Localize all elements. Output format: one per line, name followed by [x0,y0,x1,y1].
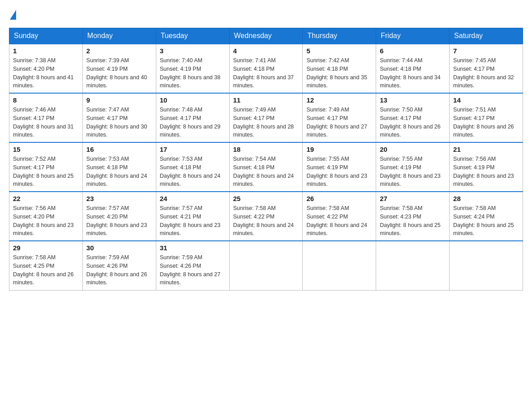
week-row-4: 22 Sunrise: 7:56 AM Sunset: 4:20 PM Dayl… [9,192,523,241]
calendar-cell: 10 Sunrise: 7:48 AM Sunset: 4:17 PM Dayl… [156,93,229,142]
calendar-cell: 19 Sunrise: 7:55 AM Sunset: 4:19 PM Dayl… [303,142,376,192]
day-info: Sunrise: 7:48 AM Sunset: 4:17 PM Dayligh… [160,106,226,139]
day-info: Sunrise: 7:54 AM Sunset: 4:18 PM Dayligh… [233,155,299,188]
calendar-cell: 13 Sunrise: 7:50 AM Sunset: 4:17 PM Dayl… [376,93,450,142]
calendar-cell: 12 Sunrise: 7:49 AM Sunset: 4:17 PM Dayl… [303,93,376,142]
calendar-cell: 3 Sunrise: 7:40 AM Sunset: 4:19 PM Dayli… [156,44,229,93]
day-info: Sunrise: 7:40 AM Sunset: 4:19 PM Dayligh… [160,56,226,90]
day-info: Sunrise: 7:58 AM Sunset: 4:25 PM Dayligh… [13,253,79,287]
calendar-cell: 2 Sunrise: 7:39 AM Sunset: 4:19 PM Dayli… [82,44,156,93]
day-info: Sunrise: 7:57 AM Sunset: 4:21 PM Dayligh… [160,204,226,238]
weekday-header-monday: Monday [82,28,156,44]
day-info: Sunrise: 7:55 AM Sunset: 4:19 PM Dayligh… [380,155,446,188]
day-info: Sunrise: 7:59 AM Sunset: 4:26 PM Dayligh… [86,253,152,287]
weekday-header-wednesday: Wednesday [229,28,303,44]
day-info: Sunrise: 7:42 AM Sunset: 4:18 PM Dayligh… [306,56,372,90]
week-row-3: 15 Sunrise: 7:52 AM Sunset: 4:17 PM Dayl… [9,142,523,192]
calendar-cell: 21 Sunrise: 7:56 AM Sunset: 4:19 PM Dayl… [450,142,523,192]
day-number: 4 [233,47,299,55]
day-info: Sunrise: 7:52 AM Sunset: 4:17 PM Dayligh… [13,155,79,188]
weekday-header-friday: Friday [376,28,450,44]
calendar-cell: 15 Sunrise: 7:52 AM Sunset: 4:17 PM Dayl… [9,142,83,192]
day-info: Sunrise: 7:57 AM Sunset: 4:20 PM Dayligh… [86,204,152,238]
day-number: 6 [380,47,446,55]
day-number: 1 [13,47,79,55]
weekday-header-tuesday: Tuesday [156,28,229,44]
day-info: Sunrise: 7:47 AM Sunset: 4:17 PM Dayligh… [86,106,152,139]
day-info: Sunrise: 7:51 AM Sunset: 4:17 PM Dayligh… [453,106,519,139]
calendar-cell: 23 Sunrise: 7:57 AM Sunset: 4:20 PM Dayl… [82,192,156,241]
day-number: 22 [13,195,79,202]
weekday-header-sunday: Sunday [9,28,83,44]
day-number: 16 [86,146,152,153]
calendar-cell: 17 Sunrise: 7:53 AM Sunset: 4:18 PM Dayl… [156,142,229,192]
day-info: Sunrise: 7:41 AM Sunset: 4:18 PM Dayligh… [233,56,299,90]
day-info: Sunrise: 7:55 AM Sunset: 4:19 PM Dayligh… [306,155,372,188]
weekday-header-thursday: Thursday [303,28,376,44]
calendar-cell: 6 Sunrise: 7:44 AM Sunset: 4:18 PM Dayli… [376,44,450,93]
day-number: 2 [86,47,152,55]
calendar-cell: 9 Sunrise: 7:47 AM Sunset: 4:17 PM Dayli… [82,93,156,142]
day-number: 19 [306,146,372,153]
weekday-header-saturday: Saturday [450,28,523,44]
day-number: 5 [306,47,372,55]
calendar-cell [450,241,523,290]
calendar-cell [376,241,450,290]
week-row-2: 8 Sunrise: 7:46 AM Sunset: 4:17 PM Dayli… [9,93,523,142]
day-info: Sunrise: 7:56 AM Sunset: 4:20 PM Dayligh… [13,204,79,238]
day-number: 11 [233,96,299,104]
day-info: Sunrise: 7:44 AM Sunset: 4:18 PM Dayligh… [380,56,446,90]
day-info: Sunrise: 7:45 AM Sunset: 4:17 PM Dayligh… [453,56,519,90]
calendar-cell: 8 Sunrise: 7:46 AM Sunset: 4:17 PM Dayli… [9,93,83,142]
calendar-cell [303,241,376,290]
day-number: 8 [13,96,79,104]
weekday-header-row: SundayMondayTuesdayWednesdayThursdayFrid… [9,28,523,44]
day-number: 14 [453,96,519,104]
day-number: 12 [306,96,372,104]
day-info: Sunrise: 7:46 AM Sunset: 4:17 PM Dayligh… [13,106,79,139]
calendar-cell: 26 Sunrise: 7:58 AM Sunset: 4:22 PM Dayl… [303,192,376,241]
calendar-cell: 14 Sunrise: 7:51 AM Sunset: 4:17 PM Dayl… [450,93,523,142]
week-row-5: 29 Sunrise: 7:58 AM Sunset: 4:25 PM Dayl… [9,241,523,290]
day-number: 21 [453,146,519,153]
day-info: Sunrise: 7:53 AM Sunset: 4:18 PM Dayligh… [86,155,152,188]
day-info: Sunrise: 7:58 AM Sunset: 4:24 PM Dayligh… [453,204,519,238]
calendar-table: SundayMondayTuesdayWednesdayThursdayFrid… [9,28,523,291]
day-number: 7 [453,47,519,55]
logo-triangle-icon [10,10,16,20]
day-number: 30 [86,244,152,252]
day-number: 29 [13,244,79,252]
day-info: Sunrise: 7:39 AM Sunset: 4:19 PM Dayligh… [86,56,152,90]
calendar-cell: 16 Sunrise: 7:53 AM Sunset: 4:18 PM Dayl… [82,142,156,192]
calendar-cell: 30 Sunrise: 7:59 AM Sunset: 4:26 PM Dayl… [82,241,156,290]
calendar-cell: 31 Sunrise: 7:59 AM Sunset: 4:26 PM Dayl… [156,241,229,290]
calendar-cell: 5 Sunrise: 7:42 AM Sunset: 4:18 PM Dayli… [303,44,376,93]
page-header [9,9,523,19]
day-info: Sunrise: 7:49 AM Sunset: 4:17 PM Dayligh… [233,106,299,139]
week-row-1: 1 Sunrise: 7:38 AM Sunset: 4:20 PM Dayli… [9,44,523,93]
calendar-cell: 22 Sunrise: 7:56 AM Sunset: 4:20 PM Dayl… [9,192,83,241]
calendar-cell: 20 Sunrise: 7:55 AM Sunset: 4:19 PM Dayl… [376,142,450,192]
day-info: Sunrise: 7:58 AM Sunset: 4:23 PM Dayligh… [380,204,446,238]
calendar-cell: 11 Sunrise: 7:49 AM Sunset: 4:17 PM Dayl… [229,93,303,142]
calendar-cell: 29 Sunrise: 7:58 AM Sunset: 4:25 PM Dayl… [9,241,83,290]
day-number: 9 [86,96,152,104]
day-number: 24 [160,195,226,202]
day-info: Sunrise: 7:50 AM Sunset: 4:17 PM Dayligh… [380,106,446,139]
day-info: Sunrise: 7:56 AM Sunset: 4:19 PM Dayligh… [453,155,519,188]
calendar-cell: 27 Sunrise: 7:58 AM Sunset: 4:23 PM Dayl… [376,192,450,241]
calendar-cell: 7 Sunrise: 7:45 AM Sunset: 4:17 PM Dayli… [450,44,523,93]
day-number: 31 [160,244,226,252]
calendar-cell: 24 Sunrise: 7:57 AM Sunset: 4:21 PM Dayl… [156,192,229,241]
day-number: 28 [453,195,519,202]
day-info: Sunrise: 7:59 AM Sunset: 4:26 PM Dayligh… [160,253,226,287]
calendar-cell: 1 Sunrise: 7:38 AM Sunset: 4:20 PM Dayli… [9,44,83,93]
day-info: Sunrise: 7:58 AM Sunset: 4:22 PM Dayligh… [233,204,299,238]
day-info: Sunrise: 7:38 AM Sunset: 4:20 PM Dayligh… [13,56,79,90]
day-number: 27 [380,195,446,202]
day-info: Sunrise: 7:53 AM Sunset: 4:18 PM Dayligh… [160,155,226,188]
day-number: 3 [160,47,226,55]
day-info: Sunrise: 7:58 AM Sunset: 4:22 PM Dayligh… [306,204,372,238]
logo [9,9,17,19]
day-number: 13 [380,96,446,104]
